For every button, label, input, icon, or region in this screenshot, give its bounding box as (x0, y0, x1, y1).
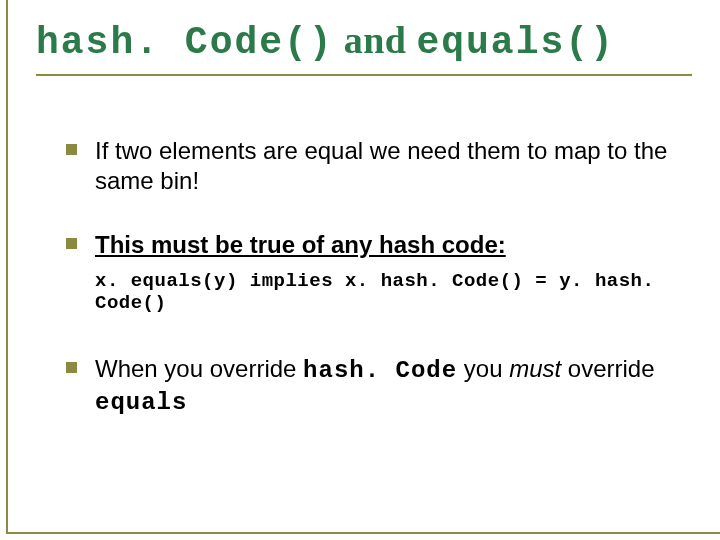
bullet-item: When you override hash. Code you must ov… (66, 354, 672, 418)
bullet3-code1: hash. Code (303, 357, 457, 384)
bullet3-pre: When you override (95, 355, 303, 382)
code-example: x. equals(y) implies x. hash. Code() = y… (95, 270, 672, 314)
title-connector: and (334, 19, 417, 61)
bullet3-ital: must (509, 355, 561, 382)
bullet-text-1: If two elements are equal we need them t… (95, 136, 672, 196)
bullet3-mid: you (457, 355, 509, 382)
bullet-icon (66, 144, 77, 155)
content-area: If two elements are equal we need them t… (36, 136, 692, 418)
title-code-1: hash. Code() (36, 21, 334, 64)
bullet-item: If two elements are equal we need them t… (66, 136, 672, 196)
bullet-text-2: This must be true of any hash code: (95, 230, 506, 260)
slide: hash. Code() and equals() If two element… (6, 0, 720, 534)
bullet3-code2: equals (95, 389, 187, 416)
bullet-icon (66, 362, 77, 373)
bullet-underlined: This must be true of any hash code: (95, 231, 506, 258)
bullet-text-3: When you override hash. Code you must ov… (95, 354, 672, 418)
title-code-2: equals() (416, 21, 614, 64)
bullet-icon (66, 238, 77, 249)
slide-title: hash. Code() and equals() (36, 18, 692, 64)
title-container: hash. Code() and equals() (36, 18, 692, 76)
bullet3-post: override (561, 355, 654, 382)
bullet-item: This must be true of any hash code: (66, 230, 672, 260)
